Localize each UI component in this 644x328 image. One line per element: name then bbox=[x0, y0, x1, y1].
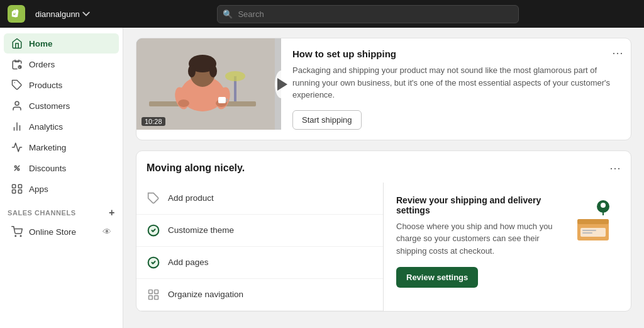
svg-rect-12 bbox=[18, 190, 21, 193]
svg-line-8 bbox=[14, 166, 19, 171]
sidebar-item-products[interactable]: Products bbox=[4, 75, 119, 95]
svg-rect-28 bbox=[218, 97, 226, 103]
svg-point-13 bbox=[15, 235, 16, 237]
video-thumbnail[interactable]: 10:28 bbox=[136, 38, 281, 130]
sales-channels-section: SALES CHANNELS + bbox=[0, 200, 123, 221]
topbar: diannalgunn 🔍 bbox=[0, 0, 644, 28]
svg-rect-32 bbox=[149, 290, 153, 293]
sidebar-item-label: Home bbox=[29, 39, 53, 48]
shopify-logo bbox=[8, 5, 25, 23]
video-title: How to set up shipping bbox=[292, 48, 621, 59]
video-info: ⋯ How to set up shipping Packaging and s… bbox=[281, 38, 631, 140]
step-organize-nav-icon bbox=[147, 288, 160, 302]
svg-rect-9 bbox=[13, 184, 16, 188]
progress-detail-text: Review your shipping and delivery settin… bbox=[396, 195, 558, 288]
sidebar-item-discounts[interactable]: Discounts bbox=[4, 158, 119, 178]
search-input[interactable] bbox=[217, 5, 519, 23]
sidebar-item-orders[interactable]: Orders bbox=[4, 54, 119, 74]
sidebar-item-label: Customers bbox=[29, 101, 70, 111]
online-store-eye-icon[interactable]: 👁 bbox=[103, 227, 111, 237]
svg-point-7 bbox=[18, 169, 19, 171]
main-layout: Home Orders Products Customers bbox=[0, 28, 644, 328]
delivery-illustration bbox=[568, 195, 618, 246]
sidebar-item-home[interactable]: Home bbox=[4, 33, 119, 54]
sidebar-item-customers[interactable]: Customers bbox=[4, 96, 119, 116]
start-shipping-button[interactable]: Start shipping bbox=[292, 110, 362, 130]
chevron-down-icon bbox=[82, 10, 90, 18]
add-sales-channel-button[interactable]: + bbox=[109, 207, 115, 218]
svg-point-24 bbox=[178, 99, 189, 107]
shipping-video-card: 10:28 ⋯ How to set up shipping Packaging… bbox=[136, 38, 631, 140]
video-person-illustration bbox=[136, 38, 275, 130]
sidebar-item-label: Discounts bbox=[29, 164, 66, 173]
svg-point-14 bbox=[20, 235, 21, 237]
progress-card-header: Moving along nicely. ⋯ bbox=[136, 151, 631, 183]
step-add-pages-icon bbox=[147, 256, 160, 269]
step-add-product-label: Add product bbox=[168, 193, 214, 203]
sidebar-item-label: Analytics bbox=[29, 122, 63, 132]
svg-point-27 bbox=[225, 71, 245, 81]
orders-icon bbox=[11, 59, 23, 70]
svg-rect-35 bbox=[155, 295, 158, 299]
video-bg bbox=[136, 38, 275, 130]
step-add-product-icon bbox=[147, 191, 160, 205]
video-description: Packaging and shipping your product may … bbox=[292, 64, 621, 101]
progress-detail-panel: Review your shipping and delivery settin… bbox=[384, 183, 631, 311]
sidebar-item-apps[interactable]: Apps bbox=[4, 179, 119, 199]
step-add-product[interactable]: Add product bbox=[136, 183, 383, 215]
step-organize-nav-label: Organize navigation bbox=[168, 290, 243, 299]
progress-card-body: Add product Customize theme bbox=[136, 183, 631, 311]
svg-rect-10 bbox=[18, 184, 21, 188]
video-more-button[interactable]: ⋯ bbox=[612, 46, 623, 60]
main-content: 10:28 ⋯ How to set up shipping Packaging… bbox=[123, 28, 644, 328]
step-customize-theme[interactable]: Customize theme bbox=[136, 215, 383, 247]
step-customize-theme-label: Customize theme bbox=[168, 225, 234, 235]
sidebar-item-analytics[interactable]: Analytics bbox=[4, 116, 119, 137]
step-customize-theme-icon bbox=[147, 223, 160, 237]
progress-card-title: Moving along nicely. bbox=[147, 162, 245, 174]
svg-rect-11 bbox=[13, 190, 16, 193]
svg-rect-38 bbox=[587, 219, 599, 224]
svg-rect-34 bbox=[149, 295, 153, 299]
detail-title: Review your shipping and delivery settin… bbox=[396, 195, 558, 215]
svg-rect-41 bbox=[582, 232, 592, 234]
apps-icon bbox=[11, 183, 23, 195]
detail-description: Choose where you ship and how much you c… bbox=[396, 220, 558, 257]
svg-rect-33 bbox=[155, 290, 158, 293]
progress-card: Moving along nicely. ⋯ Add product bbox=[136, 150, 631, 312]
svg-point-2 bbox=[15, 101, 19, 105]
sidebar-item-label: Orders bbox=[29, 60, 55, 69]
svg-point-20 bbox=[188, 65, 196, 77]
svg-rect-40 bbox=[582, 230, 596, 231]
video-timestamp: 10:28 bbox=[142, 117, 165, 126]
review-settings-button[interactable]: Review settings bbox=[396, 267, 478, 288]
online-store-icon bbox=[11, 226, 23, 237]
home-icon bbox=[11, 38, 23, 49]
sidebar: Home Orders Products Customers bbox=[0, 28, 123, 328]
step-add-pages[interactable]: Add pages bbox=[136, 247, 383, 279]
products-icon bbox=[11, 79, 23, 91]
step-organize-nav[interactable]: Organize navigation bbox=[136, 279, 383, 311]
analytics-icon bbox=[11, 121, 23, 132]
search-bar[interactable]: 🔍 bbox=[217, 5, 519, 23]
progress-steps-list: Add product Customize theme bbox=[136, 183, 384, 311]
customers-icon bbox=[11, 100, 23, 111]
sidebar-item-marketing[interactable]: Marketing bbox=[4, 137, 119, 157]
sidebar-item-label: Apps bbox=[29, 184, 48, 194]
svg-point-6 bbox=[14, 166, 16, 167]
discounts-icon bbox=[11, 162, 23, 174]
svg-point-43 bbox=[601, 203, 606, 208]
marketing-icon bbox=[11, 142, 23, 153]
sidebar-item-label: Marketing bbox=[29, 143, 66, 152]
sidebar-item-online-store[interactable]: Online Store 👁 bbox=[4, 222, 119, 242]
step-add-pages-label: Add pages bbox=[168, 257, 209, 267]
search-icon: 🔍 bbox=[223, 9, 233, 19]
progress-more-button[interactable]: ⋯ bbox=[609, 161, 621, 175]
svg-point-21 bbox=[209, 65, 217, 77]
online-store-label: Online Store bbox=[29, 227, 76, 237]
sidebar-item-label: Products bbox=[29, 81, 62, 90]
store-selector[interactable]: diannalgunn bbox=[35, 9, 90, 19]
